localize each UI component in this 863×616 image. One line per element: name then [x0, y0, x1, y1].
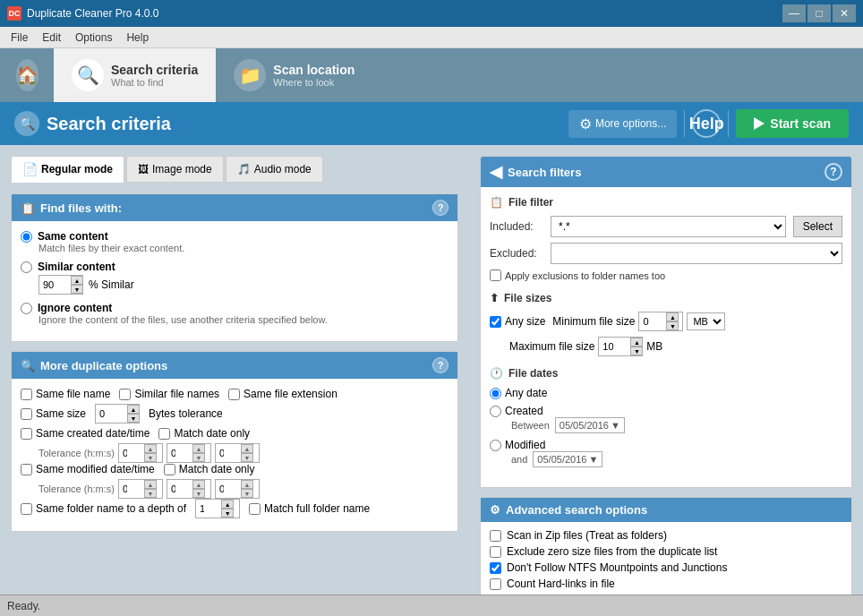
- same-modified-datetime-label[interactable]: Same modified date/time: [21, 463, 155, 475]
- match-date-only-created-check[interactable]: [158, 428, 170, 440]
- match-date-only-modified-check[interactable]: [164, 464, 175, 475]
- created-date-label[interactable]: Created: [490, 405, 842, 417]
- tab-regular-mode[interactable]: 📄 Regular mode: [11, 156, 124, 183]
- created-s-spinner[interactable]: ▲ ▼: [215, 443, 260, 463]
- same-file-name-check[interactable]: [21, 389, 32, 400]
- same-file-name-label[interactable]: Same file name: [21, 388, 110, 400]
- similar-file-names-check[interactable]: [119, 389, 131, 400]
- minsize-up[interactable]: ▲: [666, 312, 679, 321]
- ignore-content-radio[interactable]: [21, 303, 32, 314]
- tab-audio-mode[interactable]: 🎵 Audio mode: [226, 156, 323, 183]
- similar-file-names-label[interactable]: Similar file names: [119, 388, 219, 400]
- created-h-input[interactable]: [119, 446, 144, 460]
- created-s-input[interactable]: [216, 446, 241, 460]
- created-h-spinner[interactable]: ▲ ▼: [118, 443, 163, 463]
- ch-up[interactable]: ▲: [144, 444, 157, 453]
- start-scan-button[interactable]: Start scan: [736, 109, 849, 138]
- advanced-option-1[interactable]: Exclude zero size files from the duplica…: [490, 545, 842, 558]
- match-full-folder-check[interactable]: [249, 503, 261, 515]
- adv-check-1[interactable]: [490, 546, 501, 558]
- modified-date-label[interactable]: Modified: [490, 439, 842, 451]
- size-down-arrow[interactable]: ▼: [127, 414, 140, 423]
- any-date-label[interactable]: Any date: [490, 387, 842, 399]
- adv-check-3[interactable]: [490, 578, 501, 590]
- similar-content-label[interactable]: Similar content: [21, 261, 449, 273]
- ms-down[interactable]: ▼: [241, 489, 253, 498]
- created-date-radio[interactable]: [490, 406, 501, 417]
- ch-down[interactable]: ▼: [144, 453, 157, 462]
- min-size-input[interactable]: [639, 314, 666, 329]
- mm-up[interactable]: ▲: [192, 480, 205, 489]
- included-select[interactable]: *.*: [551, 216, 786, 237]
- cm-up[interactable]: ▲: [192, 444, 205, 453]
- advanced-option-3[interactable]: Count Hard-links in file: [490, 578, 842, 590]
- adv-check-0[interactable]: [490, 530, 501, 542]
- any-date-radio[interactable]: [490, 388, 501, 399]
- select-button[interactable]: Select: [793, 216, 842, 237]
- help-button[interactable]: Help: [692, 109, 721, 138]
- created-date-input[interactable]: 05/05/2016 ▼: [555, 417, 625, 433]
- folder-depth-spinner[interactable]: ▲ ▼: [195, 499, 240, 518]
- same-created-datetime-label[interactable]: Same created date/time: [21, 427, 150, 440]
- fd-up[interactable]: ▲: [221, 500, 234, 509]
- mh-down[interactable]: ▼: [144, 489, 157, 498]
- advanced-option-2[interactable]: Don't Follow NTFS Mountpoints and Juncti…: [490, 561, 842, 574]
- maxsize-down[interactable]: ▼: [630, 346, 643, 355]
- pct-up-arrow[interactable]: ▲: [71, 276, 83, 285]
- min-size-unit-select[interactable]: MBKBGB: [687, 312, 725, 330]
- cm-down[interactable]: ▼: [192, 453, 205, 462]
- same-file-extension-label[interactable]: Same file extension: [228, 388, 338, 400]
- excluded-select[interactable]: [551, 243, 842, 264]
- advanced-option-0[interactable]: Scan in Zip files (Treat as folders): [490, 529, 842, 542]
- maxsize-up[interactable]: ▲: [630, 338, 643, 346]
- modified-date-input[interactable]: 05/05/2016 ▼: [533, 451, 602, 467]
- similar-pct-input[interactable]: [39, 278, 71, 292]
- any-size-check[interactable]: [490, 316, 501, 328]
- size-tolerance-input[interactable]: [96, 406, 127, 421]
- max-size-spinner[interactable]: ▲ ▼: [598, 337, 643, 356]
- menu-file[interactable]: File: [4, 30, 35, 46]
- cs-up[interactable]: ▲: [241, 444, 253, 453]
- adv-check-4[interactable]: [490, 595, 501, 595]
- similar-content-radio[interactable]: [21, 261, 32, 273]
- match-date-only-modified-label[interactable]: Match date only: [164, 463, 255, 475]
- tab-search-criteria[interactable]: 🔍 Search criteria What to find: [54, 48, 216, 102]
- same-file-extension-check[interactable]: [228, 389, 240, 400]
- same-folder-name-check[interactable]: [21, 503, 32, 515]
- min-size-spinner[interactable]: ▲ ▼: [638, 312, 683, 331]
- max-size-input[interactable]: [599, 339, 630, 354]
- same-content-radio[interactable]: [21, 231, 32, 243]
- same-folder-name-label[interactable]: Same folder name to a depth of: [21, 502, 186, 515]
- tab-scan-location[interactable]: 📁 Scan location Where to look: [216, 48, 372, 102]
- menu-options[interactable]: Options: [68, 30, 119, 46]
- apply-exclusions-check[interactable]: [490, 270, 501, 281]
- menu-edit[interactable]: Edit: [35, 30, 68, 46]
- advanced-option-4[interactable]: Exclude Hard-linked files from duplicate…: [490, 594, 842, 595]
- maximize-button[interactable]: □: [807, 4, 831, 22]
- created-m-input[interactable]: [167, 446, 192, 460]
- mod-h-input[interactable]: [119, 482, 144, 496]
- mod-h-spinner[interactable]: ▲ ▼: [118, 479, 163, 499]
- search-filters-help[interactable]: ?: [825, 163, 842, 181]
- tab-image-mode[interactable]: 🖼 Image mode: [126, 156, 224, 183]
- menu-help[interactable]: Help: [119, 30, 156, 46]
- size-tolerance-spinner[interactable]: ▲ ▼: [95, 404, 140, 424]
- same-modified-datetime-check[interactable]: [21, 464, 32, 475]
- minsize-down[interactable]: ▼: [666, 321, 679, 330]
- same-size-check[interactable]: [21, 408, 32, 420]
- folder-depth-input[interactable]: [196, 501, 221, 516]
- mod-m-spinner[interactable]: ▲ ▼: [167, 479, 211, 499]
- mod-s-input[interactable]: [216, 482, 241, 496]
- similar-pct-spinner[interactable]: ▲ ▼: [38, 275, 83, 295]
- mh-up[interactable]: ▲: [144, 480, 157, 489]
- any-size-label[interactable]: Any size: [490, 315, 545, 328]
- cs-down[interactable]: ▼: [241, 453, 253, 462]
- mod-s-spinner[interactable]: ▲ ▼: [215, 479, 260, 499]
- apply-exclusions-label[interactable]: Apply exclusions to folder names too: [490, 270, 842, 281]
- adv-check-2[interactable]: [490, 562, 501, 574]
- size-up-arrow[interactable]: ▲: [127, 405, 140, 414]
- ignore-content-label[interactable]: Ignore content: [21, 302, 449, 314]
- minimize-button[interactable]: —: [782, 4, 806, 22]
- same-created-datetime-check[interactable]: [21, 428, 32, 440]
- mod-m-input[interactable]: [167, 482, 192, 496]
